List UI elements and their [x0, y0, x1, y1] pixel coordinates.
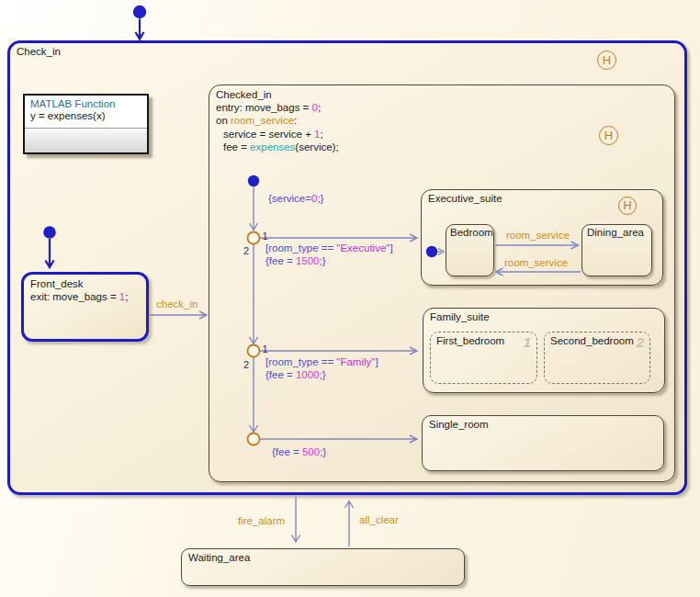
code-text: ; — [320, 129, 322, 140]
state-dining-area[interactable]: Dining_area — [581, 224, 652, 276]
transition-label-single-fee[interactable]: {fee = 500;} — [272, 446, 326, 457]
state-label-block: Checked_in entry: move_bags = 0; on room… — [216, 88, 339, 153]
state-title: Front_desk — [30, 277, 128, 290]
number-literal: 1000 — [296, 369, 320, 380]
state-front-desk[interactable]: Front_desk exit: move_bags = 1; — [21, 272, 149, 342]
entry-action-line: entry: move_bags = 0; — [216, 101, 339, 114]
code-text: (service); — [295, 141, 338, 152]
transition-label-family-condition[interactable]: [room_type == "Family"] — [265, 356, 378, 367]
number-literal: 1500 — [296, 255, 320, 266]
state-title: Bedroom — [450, 227, 493, 238]
fee-expenses-line: fee = expenses(service); — [216, 141, 339, 153]
action-text: ;} — [320, 369, 326, 380]
parallel-state-index: 1 — [524, 334, 531, 350]
state-title: Second_bedroom — [550, 335, 634, 346]
matlab-function-header: MATLAB Function — [25, 96, 147, 109]
code-text: on — [216, 115, 231, 126]
state-waiting-area[interactable]: Waiting_area — [181, 548, 465, 586]
code-text: exit: move_bags = — [30, 291, 119, 302]
state-bedroom[interactable]: Bedroom — [446, 224, 494, 276]
number-literal: 500 — [302, 446, 320, 457]
transition-fire-alarm[interactable] — [292, 497, 300, 542]
state-title: Waiting_area — [188, 552, 250, 563]
condition-text: [room_type == — [265, 356, 336, 367]
state-title: Single_room — [429, 419, 489, 430]
action-text: {service= — [268, 193, 311, 204]
string-literal: "Family" — [336, 356, 375, 367]
matlab-function-signature: y = expenses(x) — [25, 109, 147, 121]
condition-text: [room_type == — [265, 242, 336, 253]
condition-text: ] — [390, 242, 392, 253]
action-text: ;} — [320, 255, 326, 266]
code-text: ; — [125, 291, 128, 302]
transition-all-clear[interactable] — [345, 501, 354, 547]
action-text: ;} — [317, 193, 323, 204]
code-text: service = service + — [223, 129, 314, 140]
junction1-branch1-label: 1 — [263, 231, 268, 242]
code-text: ; — [318, 102, 321, 113]
transition-label-service-init[interactable]: {service=0;} — [268, 193, 323, 204]
history-junction-icon[interactable]: H — [597, 51, 616, 70]
junction2-branch2-label: 2 — [243, 359, 249, 370]
function-name: expenses — [250, 141, 295, 152]
code-text: entry: move_bags = — [216, 102, 312, 113]
action-text: ;} — [320, 446, 326, 457]
matlab-function-body-strip — [25, 128, 147, 152]
state-title: Dining_area — [587, 227, 644, 238]
initial-state-dot[interactable] — [133, 6, 146, 18]
transition-label-all-clear[interactable]: all_clear — [359, 514, 399, 525]
state-first-bedroom[interactable]: First_bedroom 1 — [430, 332, 537, 384]
state-second-bedroom[interactable]: Second_bedroom 2 — [544, 332, 650, 384]
transition-label-family-fee[interactable]: {fee = 1000;} — [265, 369, 326, 380]
state-title: Family_suite — [430, 311, 490, 322]
default-transition-chart[interactable] — [136, 19, 144, 39]
transition-label-executive-condition[interactable]: [room_type == "Executive"] — [265, 242, 393, 253]
history-letter: H — [623, 199, 631, 212]
transition-label-check-in[interactable]: check_in — [156, 298, 198, 310]
state-title: First_bedroom — [436, 335, 504, 346]
transition-label-executive-fee[interactable]: {fee = 1500;} — [265, 255, 326, 266]
matlab-function-block[interactable]: MATLAB Function y = expenses(x) — [23, 94, 149, 154]
code-text: : — [294, 115, 297, 126]
parallel-state-index: 2 — [637, 334, 644, 350]
state-title: Check_in — [17, 46, 61, 57]
code-text: fee = — [223, 141, 250, 152]
string-literal: "Executive" — [336, 242, 390, 253]
history-letter: H — [603, 53, 611, 67]
history-junction-icon[interactable]: H — [618, 197, 637, 215]
junction1-branch2-label: 2 — [243, 245, 249, 256]
state-title: Checked_in — [216, 88, 339, 101]
action-text: {fee = — [265, 255, 296, 266]
transition-label-room-service-bottom[interactable]: room_service — [504, 257, 568, 268]
action-text: {fee = — [272, 446, 302, 457]
condition-text: ] — [375, 356, 378, 367]
state-title: Executive_suite — [428, 193, 502, 204]
event-name: room_service — [231, 115, 294, 126]
state-single-room[interactable]: Single_room — [422, 415, 664, 471]
history-letter: H — [604, 129, 613, 142]
on-event-line: on room_service: — [216, 114, 339, 127]
history-junction-icon[interactable]: H — [599, 126, 618, 145]
service-increment-line: service = service + 1; — [216, 128, 339, 141]
transition-label-room-service-top[interactable]: room_service — [506, 230, 570, 241]
state-label-block: Front_desk exit: move_bags = 1; — [30, 277, 128, 303]
junction2-branch1-label: 1 — [263, 344, 268, 355]
action-text: {fee = — [265, 369, 296, 380]
stateflow-canvas: Check_in MATLAB Function y = expenses(x)… — [0, 0, 700, 597]
transition-label-fire-alarm[interactable]: fire_alarm — [238, 515, 285, 526]
exit-action-line: exit: move_bags = 1; — [30, 290, 128, 303]
